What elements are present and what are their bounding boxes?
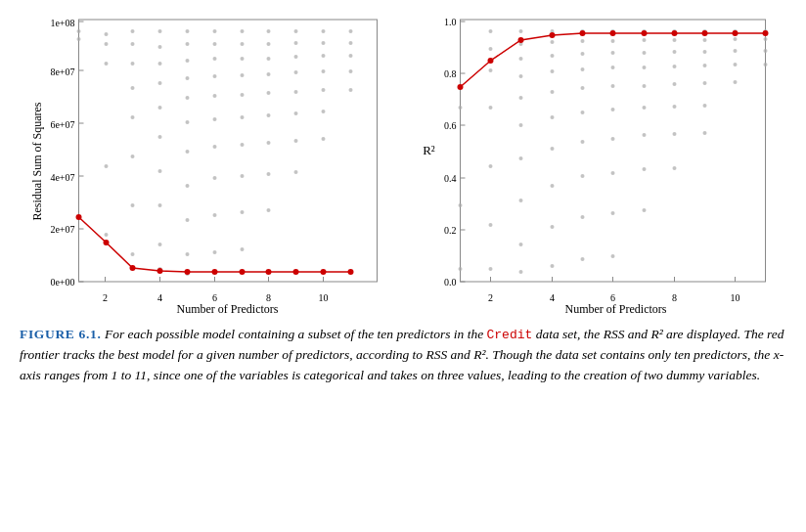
svg-point-175 [611,254,615,258]
svg-text:4: 4 [550,292,555,303]
svg-point-135 [489,267,493,271]
svg-point-182 [643,133,647,137]
svg-point-95 [322,88,326,92]
svg-text:1.0: 1.0 [444,17,457,27]
svg-point-55 [213,57,217,61]
svg-point-94 [322,69,326,73]
svg-point-22 [105,164,109,168]
rss-dot-3 [130,265,136,271]
r2-dot-7 [642,30,648,36]
svg-point-134 [489,223,493,227]
svg-point-86 [294,70,298,74]
svg-point-102 [349,88,353,92]
svg-point-158 [581,52,585,56]
figure-label: FIGURE 6.1. [20,327,102,341]
y-tick-6e7: 6e+07 [50,119,74,130]
rss-dot-6 [212,269,218,275]
svg-point-191 [673,132,677,136]
x-axis-label-r2: Number of Predictors [565,302,667,313]
svg-point-181 [643,106,647,110]
svg-point-143 [519,199,523,202]
r2-dot-4 [550,32,556,38]
chart-r2-container: R² 0.0 0.2 0.4 0.6 0.8 1.0 [408,10,786,313]
svg-point-77 [267,72,271,76]
svg-point-37 [158,135,162,139]
svg-point-141 [519,123,523,127]
svg-point-80 [267,141,271,145]
r2-dot-6 [610,30,616,36]
rss-dot-11 [348,269,354,275]
svg-point-131 [489,68,493,72]
svg-point-148 [551,54,555,58]
svg-point-190 [673,105,677,109]
r2-dot-3 [518,37,524,43]
svg-point-72 [241,210,245,214]
svg-point-51 [186,252,190,256]
svg-point-154 [551,225,555,229]
svg-point-21 [105,62,109,66]
svg-point-101 [349,69,353,73]
svg-point-150 [551,90,555,94]
svg-text:10: 10 [319,292,329,303]
svg-text:0.6: 0.6 [444,120,457,131]
svg-point-56 [213,74,217,78]
svg-point-76 [267,57,271,61]
svg-point-203 [734,63,738,66]
svg-point-44 [186,59,190,63]
svg-point-88 [294,111,298,115]
svg-point-69 [241,115,245,119]
svg-point-171 [611,108,615,111]
svg-point-28 [131,115,135,119]
svg-point-147 [551,40,555,44]
svg-point-129 [489,29,493,33]
svg-point-36 [158,106,162,110]
svg-point-25 [131,42,135,46]
svg-point-163 [581,174,585,178]
svg-point-43 [186,42,190,46]
r2-dot-9 [702,30,708,36]
svg-point-17 [77,37,81,41]
svg-point-187 [673,50,677,54]
svg-point-70 [241,143,245,147]
svg-point-46 [186,96,190,100]
y-tick-2e7: 2e+07 [50,224,74,235]
svg-point-186 [673,38,677,42]
svg-point-81 [267,172,271,176]
chart-rss: Residual Sum of Squares 0e+00 2e+07 4e+0… [20,10,398,313]
svg-point-59 [213,145,217,149]
svg-point-39 [158,203,162,207]
svg-point-180 [643,84,647,88]
svg-point-24 [131,29,135,33]
figure-caption: FIGURE 6.1. For each possible model cont… [20,325,786,386]
svg-point-97 [322,137,326,141]
svg-point-71 [241,174,245,178]
svg-point-53 [213,29,217,33]
rss-dot-2 [104,240,110,245]
svg-point-49 [186,184,190,188]
svg-text:0.2: 0.2 [444,225,457,236]
y-axis-label-r2: R² [423,143,435,157]
svg-point-139 [519,74,523,78]
y-tick-0: 0e+00 [50,277,74,288]
rss-dot-5 [185,269,191,275]
svg-point-144 [519,243,523,246]
svg-text:0.0: 0.0 [444,277,457,288]
svg-point-61 [213,213,217,217]
svg-point-65 [241,42,245,46]
svg-point-91 [322,29,326,33]
svg-point-183 [643,167,647,171]
svg-point-66 [241,57,245,61]
svg-point-184 [643,208,647,212]
svg-text:0.8: 0.8 [444,68,457,79]
svg-point-26 [131,62,135,66]
rss-dot-8 [266,269,272,275]
svg-point-38 [158,169,162,173]
svg-point-75 [267,42,271,46]
svg-point-157 [581,39,585,43]
svg-point-136 [519,29,523,33]
svg-point-142 [519,156,523,160]
svg-point-79 [267,113,271,117]
svg-point-92 [322,41,326,45]
svg-point-23 [105,233,109,237]
svg-point-47 [186,120,190,124]
